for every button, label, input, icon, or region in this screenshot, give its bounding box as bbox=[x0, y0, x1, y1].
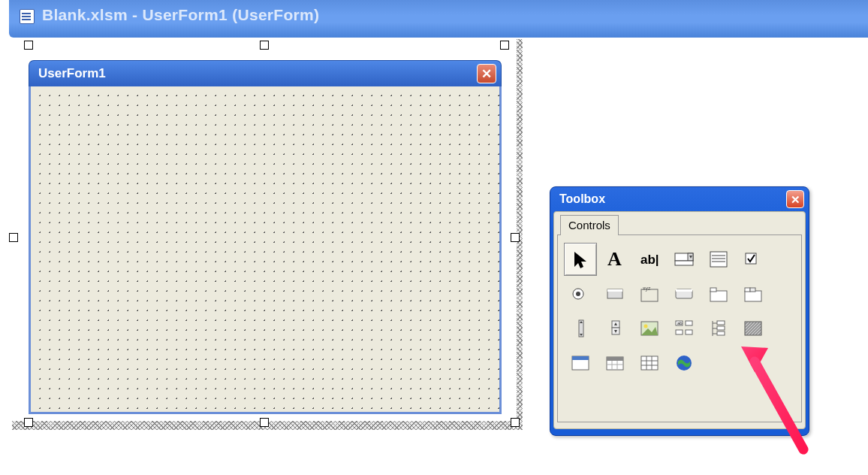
tool-textbox[interactable] bbox=[633, 243, 666, 276]
tool-treeview[interactable] bbox=[702, 312, 735, 345]
tab-controls[interactable]: Controls bbox=[560, 215, 619, 235]
tool-grid bbox=[564, 243, 795, 381]
userform-window[interactable]: UserForm1 ✕ bbox=[29, 60, 502, 417]
resize-handle-ne[interactable] bbox=[500, 41, 509, 50]
tab-controls-label: Controls bbox=[568, 219, 610, 231]
tool-multipage[interactable] bbox=[737, 277, 770, 310]
treeview-icon bbox=[708, 318, 729, 339]
combobox-icon bbox=[674, 249, 695, 270]
option-icon bbox=[570, 283, 591, 304]
webbrowser-icon bbox=[570, 352, 591, 374]
refedit-icon bbox=[674, 318, 695, 339]
ole-icon bbox=[743, 318, 764, 339]
tool-frame[interactable] bbox=[633, 277, 666, 310]
checkbox-icon bbox=[743, 249, 764, 270]
close-icon: ✕ bbox=[791, 194, 800, 205]
globe-icon bbox=[674, 352, 695, 374]
tool-scrollbar[interactable] bbox=[564, 312, 597, 345]
pointer-icon bbox=[570, 249, 591, 270]
close-icon: ✕ bbox=[481, 68, 492, 80]
tool-tabstrip[interactable] bbox=[702, 277, 735, 310]
image-icon bbox=[639, 318, 660, 339]
resize-handle-s[interactable] bbox=[260, 418, 269, 427]
command-icon bbox=[674, 283, 695, 304]
tool-spin[interactable] bbox=[598, 312, 631, 345]
tool-image[interactable] bbox=[633, 312, 666, 345]
tool-command[interactable] bbox=[668, 277, 701, 310]
tool-option[interactable] bbox=[564, 277, 597, 310]
tabstrip-icon bbox=[708, 283, 729, 304]
tool-grid[interactable] bbox=[633, 346, 666, 380]
tool-toggle[interactable] bbox=[598, 277, 631, 310]
tool-checkbox[interactable] bbox=[737, 243, 770, 276]
tool-date[interactable] bbox=[598, 346, 631, 380]
toolbox-body: Controls bbox=[553, 211, 806, 429]
multipage-icon bbox=[743, 283, 764, 304]
resize-handle-w[interactable] bbox=[9, 233, 18, 242]
toolbox-window[interactable]: Toolbox ✕ Controls bbox=[550, 186, 809, 436]
toggle-icon bbox=[604, 283, 625, 304]
tool-label[interactable] bbox=[598, 243, 631, 276]
userform-body-grid[interactable] bbox=[29, 86, 502, 414]
resize-handle-sw[interactable] bbox=[24, 418, 33, 427]
userform-title: UserForm1 bbox=[38, 66, 106, 81]
form-icon bbox=[20, 9, 35, 24]
userform-titlebar[interactable]: UserForm1 ✕ bbox=[29, 60, 502, 86]
label-icon bbox=[604, 249, 625, 270]
resize-handle-n[interactable] bbox=[260, 41, 269, 50]
mdi-title: Blank.xlsm - UserForm1 (UserForm) bbox=[42, 6, 319, 24]
toolbox-titlebar[interactable]: Toolbox ✕ bbox=[550, 187, 809, 211]
close-button[interactable]: ✕ bbox=[477, 64, 496, 83]
textbox-icon bbox=[639, 249, 660, 270]
frame-icon bbox=[639, 283, 660, 304]
resize-handle-nw[interactable] bbox=[24, 41, 33, 50]
tool-webbrowser[interactable] bbox=[564, 346, 597, 380]
toolbox-close-button[interactable]: ✕ bbox=[786, 190, 804, 208]
mdi-child-titlebar: Blank.xlsm - UserForm1 (UserForm) bbox=[9, 0, 868, 38]
tool-refedit[interactable] bbox=[668, 312, 701, 345]
tool-pointer[interactable] bbox=[564, 243, 597, 276]
date-icon bbox=[604, 352, 625, 374]
resize-handle-e[interactable] bbox=[511, 233, 520, 242]
tool-listbox[interactable] bbox=[702, 243, 735, 276]
spin-icon bbox=[604, 318, 625, 339]
resize-handle-se[interactable] bbox=[511, 418, 520, 427]
tool-ole[interactable] bbox=[737, 312, 770, 345]
controls-tab-page bbox=[557, 234, 802, 422]
grid-icon bbox=[639, 352, 660, 374]
listbox-icon bbox=[708, 249, 729, 270]
tool-globe[interactable] bbox=[668, 346, 701, 380]
scrollbar-icon bbox=[570, 318, 591, 339]
toolbox-title: Toolbox bbox=[559, 192, 605, 206]
tool-combobox[interactable] bbox=[668, 243, 701, 276]
